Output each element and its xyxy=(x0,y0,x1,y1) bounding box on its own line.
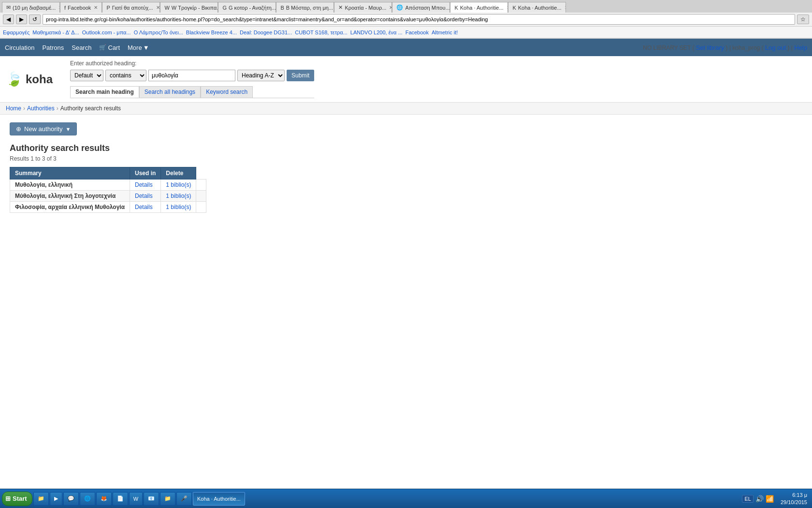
table-row: Φιλοσοφία, αρχαία ελληνική ΜυθολογίαDeta… xyxy=(10,202,206,213)
table-cell-used-in: 1 biblio(s) xyxy=(161,179,196,191)
table-cell-used-in: 1 biblio(s) xyxy=(161,191,196,202)
tab-close-icon[interactable]: ✕ xyxy=(94,5,98,10)
breadcrumb-sep-2: › xyxy=(57,105,58,112)
table-cell-delete xyxy=(196,202,206,213)
col-header-summary: Summary xyxy=(10,167,130,179)
search-operator-select[interactable]: contains starts with is xyxy=(105,70,146,81)
koha-header: 🍃 koha Enter authorized heading: Default… xyxy=(0,56,812,103)
table-cell-details: Details xyxy=(130,202,161,213)
table-cell-details: Details xyxy=(130,191,161,202)
tab-favicon: W xyxy=(164,5,169,11)
search-submit-button[interactable]: Submit xyxy=(287,70,314,81)
tab-favicon: f xyxy=(64,5,66,11)
breadcrumb-current: Authority search results xyxy=(60,105,121,112)
url-input[interactable] xyxy=(43,14,795,25)
koha-leaf-icon: 🍃 xyxy=(6,71,23,87)
tab-close-icon[interactable]: ✕ xyxy=(156,5,160,10)
table-cell-summary: Μυθολογία, ελληνική xyxy=(10,179,130,191)
tab-close-icon[interactable]: ✕ xyxy=(565,5,566,10)
koha-logo: 🍃 koha xyxy=(6,71,53,87)
search-type-select[interactable]: Default xyxy=(70,70,103,81)
bookmark-9[interactable]: Altmetric it! xyxy=(432,30,458,35)
new-authority-button[interactable]: ⊕ New authority ▼ xyxy=(10,122,77,135)
bookmark-8[interactable]: Facebook xyxy=(406,30,429,35)
browser-chrome: ✉ (10 μη διαβασμέ... ✕ f Facebook ✕ P Γι… xyxy=(0,0,812,39)
nav-cart[interactable]: 🛒 Cart xyxy=(99,44,120,51)
plus-icon: ⊕ xyxy=(16,125,21,133)
forward-button[interactable]: ▶ xyxy=(16,15,27,24)
tab-keyword-search[interactable]: Keyword search xyxy=(201,86,253,98)
table-cell-delete xyxy=(196,179,206,191)
breadcrumb-authorities[interactable]: Authorities xyxy=(27,105,55,112)
bookmark-3[interactable]: Ο Λάμπρος/Το όνει... xyxy=(134,30,183,35)
main-content: ⊕ New authority ▼ Authority search resul… xyxy=(0,115,812,221)
results-table: Summary Used in Delete Μυθολογία, ελληνι… xyxy=(10,167,206,213)
tab-favicon: P xyxy=(106,5,110,11)
tab-gmail[interactable]: ✉ (10 μη διαβασμέ... ✕ xyxy=(2,2,60,13)
tab-favicon: 🌐 xyxy=(396,4,403,11)
tab-6[interactable]: B B Μόσταρ, στη μη... ✕ xyxy=(276,2,334,13)
bookmark-7[interactable]: LANDVO L200, ένα ... xyxy=(350,30,403,35)
cart-icon: 🛒 xyxy=(99,44,106,51)
tab-favicon: K xyxy=(512,5,516,11)
tab-favicon: B xyxy=(280,5,284,11)
tab-favicon: ✉ xyxy=(6,4,11,11)
table-cell-details: Details xyxy=(130,179,161,191)
set-library-link[interactable]: Set library xyxy=(696,44,725,51)
bookmark-4[interactable]: Blackview Breeze 4... xyxy=(186,30,237,35)
address-bar: ◀ ▶ ↺ ☆ xyxy=(0,13,812,27)
tab-favicon: G xyxy=(222,5,227,11)
tab-4[interactable]: W W Τρογκίρ - Βικιπα... ✕ xyxy=(160,2,218,13)
col-header-delete: Delete xyxy=(161,167,196,179)
bookmark-1[interactable]: Μαθηματικά - Δ' Δ... xyxy=(32,30,79,35)
biblio-count-link[interactable]: 1 biblio(s) xyxy=(166,193,191,199)
tab-5[interactable]: G G κοτορ - Αναζήτη... ✕ xyxy=(218,2,276,13)
breadcrumb-home[interactable]: Home xyxy=(6,105,21,112)
bookmark-5[interactable]: Deal: Doogee DG31... xyxy=(240,30,292,35)
search-row: Default contains starts with is Heading … xyxy=(70,70,314,81)
tab-8[interactable]: 🌐 Απόσταση Μπου... ✕ xyxy=(392,2,450,13)
tab-favicon: K xyxy=(454,5,458,11)
tab-favicon: ✕ xyxy=(338,4,343,11)
reload-button[interactable]: ↺ xyxy=(29,15,41,24)
details-link[interactable]: Details xyxy=(135,181,153,188)
koha-nav: Circulation Patrons Search 🛒 Cart More ▼… xyxy=(0,39,812,56)
nav-patrons[interactable]: Patrons xyxy=(42,44,64,51)
table-cell-summary: Φιλοσοφία, αρχαία ελληνική Μυθολογία xyxy=(10,202,130,213)
tab-7[interactable]: ✕ Κροατία - Μαυρ... ✕ xyxy=(334,2,392,13)
tab-facebook[interactable]: f Facebook ✕ xyxy=(60,2,102,13)
table-cell-summary: Μύθολογία, ελληνική Στη λογοτεχνία xyxy=(10,191,130,202)
table-header-row: Summary Used in Delete xyxy=(10,167,206,179)
nav-circulation[interactable]: Circulation xyxy=(5,44,34,51)
table-cell-used-in: 1 biblio(s) xyxy=(161,202,196,213)
table-row: Μύθολογία, ελληνική Στη λογοτεχνίαDetail… xyxy=(10,191,206,202)
bookmark-6[interactable]: CUBOT S168, τετρα... xyxy=(295,30,348,35)
tab-3[interactable]: P Γιατί θα αποτύχ... ✕ xyxy=(102,2,160,13)
tab-close-icon[interactable]: ✕ xyxy=(507,5,508,10)
bookmark-0[interactable]: Εφαρμογές xyxy=(3,30,29,35)
help-link[interactable]: Help xyxy=(794,44,807,51)
biblio-count-link[interactable]: 1 biblio(s) xyxy=(166,204,191,210)
table-row: Μυθολογία, ελληνικήDetails1 biblio(s) xyxy=(10,179,206,191)
bookmark-2[interactable]: Outlook.com - μπα... xyxy=(82,30,131,35)
search-value-input[interactable] xyxy=(148,70,235,81)
tab-koha-2[interactable]: K Koha · Authoritie... ✕ xyxy=(508,2,566,13)
tab-search-all-headings[interactable]: Search all headings xyxy=(139,86,201,98)
nav-search[interactable]: Search xyxy=(72,44,91,51)
col-header-used-in: Used in xyxy=(130,167,161,179)
search-sort-select[interactable]: Heading A-Z Heading Z-A xyxy=(237,70,285,81)
back-button[interactable]: ◀ xyxy=(3,15,14,24)
breadcrumb-sep-1: › xyxy=(23,105,25,112)
details-link[interactable]: Details xyxy=(135,204,153,210)
tab-search-main-heading[interactable]: Search main heading xyxy=(70,86,139,98)
search-label: Enter authorized heading: xyxy=(70,60,314,67)
logout-link[interactable]: Log out xyxy=(765,44,786,51)
bookmark-star-button[interactable]: ☆ xyxy=(797,15,809,24)
search-tabs: Search main heading Search all headings … xyxy=(70,86,314,98)
tab-bar: ✉ (10 μη διαβασμέ... ✕ f Facebook ✕ P Γι… xyxy=(0,0,812,13)
results-count: Results 1 to 3 of 3 xyxy=(10,155,802,162)
biblio-count-link[interactable]: 1 biblio(s) xyxy=(166,181,191,188)
details-link[interactable]: Details xyxy=(135,193,153,199)
tab-koha-active[interactable]: K Koha · Authoritie... ✕ xyxy=(450,2,508,13)
nav-more[interactable]: More ▼ xyxy=(128,44,149,51)
